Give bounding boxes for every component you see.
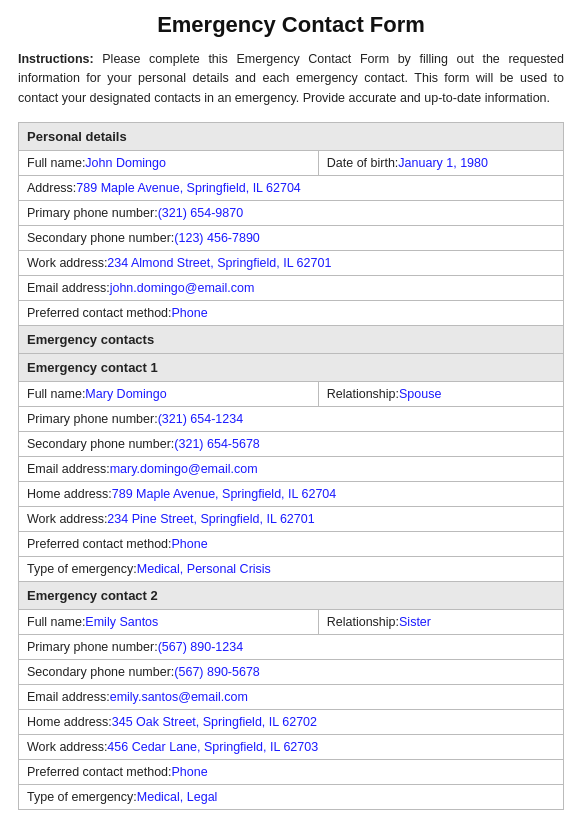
work-address-value: 234 Almond Street, Springfield, IL 62701	[107, 256, 331, 270]
contact1-primary-phone-row: Primary phone number:(321) 654-1234	[19, 407, 564, 432]
contact1-primary-phone-value: (321) 654-1234	[158, 412, 243, 426]
secondary-phone-row: Secondary phone number:(123) 456-7890	[19, 226, 564, 251]
instructions-label: Instructions:	[18, 52, 94, 66]
instructions-text: Instructions: Please complete this Emerg…	[18, 50, 564, 108]
contact2-header: Emergency contact 2	[19, 582, 564, 610]
contact2-name-row: Full name:Emily Santos Relationship:Sist…	[19, 610, 564, 635]
contact1-secondary-phone-row: Secondary phone number:(321) 654-5678	[19, 432, 564, 457]
emergency-contacts-header: Emergency contacts	[19, 326, 564, 354]
contact1-name-label: Full name:	[27, 387, 85, 401]
work-address-row: Work address:234 Almond Street, Springfi…	[19, 251, 564, 276]
secondary-phone-value: (123) 456-7890	[174, 231, 259, 245]
contact2-secondary-phone-row: Secondary phone number:(567) 890-5678	[19, 660, 564, 685]
contact1-relationship-value: Spouse	[399, 387, 441, 401]
email-row: Email address:john.domingo@email.com	[19, 276, 564, 301]
personal-details-table: Personal details Full name:John Domingo …	[18, 122, 564, 810]
contact2-email-row: Email address:emily.santos@email.com	[19, 685, 564, 710]
primary-phone-value: (321) 654-9870	[158, 206, 243, 220]
contact2-work-address-label: Work address:	[27, 740, 107, 754]
contact1-home-address-label: Home address:	[27, 487, 112, 501]
contact1-name-value: Mary Domingo	[85, 387, 166, 401]
contact2-work-address-row: Work address:456 Cedar Lane, Springfield…	[19, 735, 564, 760]
personal-details-header: Personal details	[19, 123, 564, 151]
contact2-contact-method-value: Phone	[172, 765, 208, 779]
contact2-primary-phone-label: Primary phone number:	[27, 640, 158, 654]
primary-phone-label: Primary phone number:	[27, 206, 158, 220]
contact-method-row: Preferred contact method:Phone	[19, 301, 564, 326]
dob-value: January 1, 1980	[398, 156, 488, 170]
contact1-emergency-type-value: Medical, Personal Crisis	[137, 562, 271, 576]
contact1-home-address-row: Home address:789 Maple Avenue, Springfie…	[19, 482, 564, 507]
contact1-secondary-phone-label: Secondary phone number:	[27, 437, 174, 451]
contact2-home-address-value: 345 Oak Street, Springfield, IL 62702	[112, 715, 317, 729]
secondary-phone-label: Secondary phone number:	[27, 231, 174, 245]
address-row: Address:789 Maple Avenue, Springfield, I…	[19, 176, 564, 201]
contact1-contact-method-label: Preferred contact method:	[27, 537, 172, 551]
page-title: Emergency Contact Form	[18, 12, 564, 38]
email-label: Email address:	[27, 281, 110, 295]
contact-method-value: Phone	[172, 306, 208, 320]
contact-method-label: Preferred contact method:	[27, 306, 172, 320]
contact1-name-row: Full name:Mary Domingo Relationship:Spou…	[19, 382, 564, 407]
contact1-work-address-label: Work address:	[27, 512, 107, 526]
full-name-label: Full name:	[27, 156, 85, 170]
contact1-relationship-label: Relationship:	[327, 387, 399, 401]
contact2-primary-phone-row: Primary phone number:(567) 890-1234	[19, 635, 564, 660]
contact2-secondary-phone-label: Secondary phone number:	[27, 665, 174, 679]
full-name-row: Full name:John Domingo Date of birth:Jan…	[19, 151, 564, 176]
email-value: john.domingo@email.com	[110, 281, 255, 295]
contact2-name-label: Full name:	[27, 615, 85, 629]
contact2-emergency-type-row: Type of emergency:Medical, Legal	[19, 785, 564, 810]
contact2-emergency-type-value: Medical, Legal	[137, 790, 218, 804]
contact1-email-row: Email address:mary.domingo@email.com	[19, 457, 564, 482]
contact2-email-value: emily.santos@email.com	[110, 690, 248, 704]
address-label: Address:	[27, 181, 76, 195]
contact1-home-address-value: 789 Maple Avenue, Springfield, IL 62704	[112, 487, 336, 501]
contact2-relationship-value: Sister	[399, 615, 431, 629]
contact1-header: Emergency contact 1	[19, 354, 564, 382]
contact2-contact-method-label: Preferred contact method:	[27, 765, 172, 779]
address-value: 789 Maple Avenue, Springfield, IL 62704	[76, 181, 300, 195]
contact1-primary-phone-label: Primary phone number:	[27, 412, 158, 426]
contact2-emergency-type-label: Type of emergency:	[27, 790, 137, 804]
primary-phone-row: Primary phone number:(321) 654-9870	[19, 201, 564, 226]
contact1-contact-method-value: Phone	[172, 537, 208, 551]
contact2-contact-method-row: Preferred contact method:Phone	[19, 760, 564, 785]
contact2-relationship-label: Relationship:	[327, 615, 399, 629]
contact2-secondary-phone-value: (567) 890-5678	[174, 665, 259, 679]
contact1-work-address-value: 234 Pine Street, Springfield, IL 62701	[107, 512, 314, 526]
contact2-work-address-value: 456 Cedar Lane, Springfield, IL 62703	[107, 740, 318, 754]
contact1-emergency-type-label: Type of emergency:	[27, 562, 137, 576]
contact1-emergency-type-row: Type of emergency:Medical, Personal Cris…	[19, 557, 564, 582]
full-name-value: John Domingo	[85, 156, 166, 170]
contact2-email-label: Email address:	[27, 690, 110, 704]
contact2-home-address-row: Home address:345 Oak Street, Springfield…	[19, 710, 564, 735]
work-address-label: Work address:	[27, 256, 107, 270]
contact2-home-address-label: Home address:	[27, 715, 112, 729]
contact1-email-label: Email address:	[27, 462, 110, 476]
contact1-work-address-row: Work address:234 Pine Street, Springfiel…	[19, 507, 564, 532]
contact1-secondary-phone-value: (321) 654-5678	[174, 437, 259, 451]
contact1-email-value: mary.domingo@email.com	[110, 462, 258, 476]
contact2-primary-phone-value: (567) 890-1234	[158, 640, 243, 654]
contact1-contact-method-row: Preferred contact method:Phone	[19, 532, 564, 557]
dob-label: Date of birth:	[327, 156, 399, 170]
contact2-name-value: Emily Santos	[85, 615, 158, 629]
